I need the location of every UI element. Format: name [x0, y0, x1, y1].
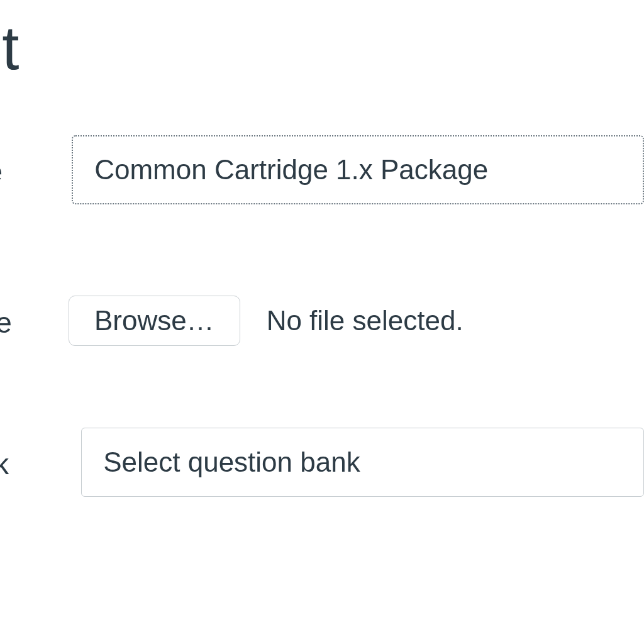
question-bank-row: ank Select question bank	[0, 428, 644, 497]
content-type-label: ype	[0, 151, 3, 189]
file-status-text: No file selected.	[267, 305, 464, 336]
browse-button[interactable]: Browse…	[69, 296, 240, 346]
question-bank-label: ank	[0, 443, 9, 481]
content-type-value: Common Cartridge 1.x Package	[94, 154, 488, 186]
source-label: rce	[0, 302, 12, 340]
question-bank-placeholder: Select question bank	[103, 447, 360, 478]
content-type-row: ype Common Cartridge 1.x Package	[0, 135, 644, 204]
page-title: tent	[0, 13, 18, 84]
import-content-form: tent ype Common Cartridge 1.x Package rc…	[0, 0, 644, 644]
file-input-group: Browse… No file selected.	[69, 296, 464, 346]
source-row: rce Browse… No file selected.	[0, 296, 464, 346]
question-bank-select[interactable]: Select question bank	[81, 428, 644, 497]
content-type-select[interactable]: Common Cartridge 1.x Package	[72, 135, 644, 204]
